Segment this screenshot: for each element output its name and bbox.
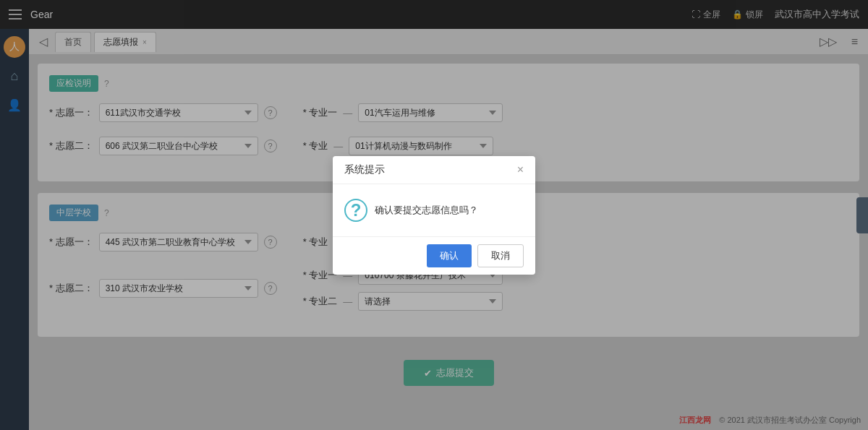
modal-close-button[interactable]: × [517,163,524,176]
modal-body: ? 确认要提交志愿信息吗？ [333,184,535,236]
modal-message: 确认要提交志愿信息吗？ [375,204,478,217]
modal-cancel-button[interactable]: 取消 [477,244,524,267]
modal-confirm-button[interactable]: 确认 [427,244,472,267]
modal-overlay[interactable]: 系统提示 × ? 确认要提交志愿信息吗？ 确认 取消 [0,0,868,430]
confirm-modal: 系统提示 × ? 确认要提交志愿信息吗？ 确认 取消 [333,156,535,275]
modal-title: 系统提示 [344,163,385,176]
modal-header: 系统提示 × [333,156,535,184]
modal-info-icon: ? [344,199,367,222]
modal-footer: 确认 取消 [333,236,535,275]
